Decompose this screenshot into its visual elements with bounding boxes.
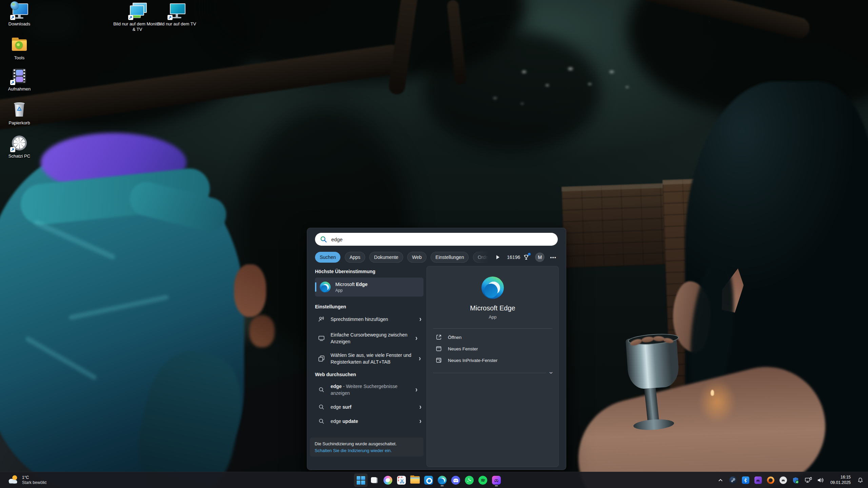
search-icon [318,386,325,393]
tabs-scroll-right-icon[interactable] [494,254,501,261]
discord-icon [451,476,460,485]
edge-button[interactable] [435,473,449,487]
windows-stack-icon [318,355,325,362]
rewards-badge[interactable]: 16196 [507,254,530,261]
weather-condition: Stark bewölkt [22,480,46,485]
search-box[interactable] [315,233,558,246]
start-button[interactable] [354,473,368,487]
task-view-button[interactable] [368,473,381,487]
tab-dokumente[interactable]: Dokumente [369,252,403,263]
search-input[interactable] [331,236,558,243]
divider [433,328,552,329]
notification-bell-icon[interactable] [855,474,865,486]
bluetooth-tray-icon[interactable] [741,474,751,486]
new-window-icon [435,345,442,352]
rewards-trophy-icon [523,254,530,261]
result-web-edge-update[interactable]: edge update › [315,414,423,428]
spotify-button[interactable] [476,473,490,487]
shortcut-arrow-icon [10,15,15,20]
divider [433,373,546,373]
desktop-icon-aufnahmen[interactable]: Aufnahmen [0,68,45,92]
search-icon [318,418,325,425]
desktop-screen: Downloads Bild nur auf dem Monitor & TV … [0,0,868,488]
clock-date: 09.01.2025 [830,480,851,486]
shortcut-arrow-icon [167,15,173,20]
inprivate-window-icon [435,357,442,364]
desktop-icon-label: Papierkorb [9,120,30,126]
settings-header: Einstellungen [315,304,427,309]
search-flyout: Suchen Apps Dokumente Web Einstellungen … [307,228,566,470]
desktop-icon-label: Aufnahmen [8,86,31,92]
chevron-right-icon: › [419,354,421,363]
gamepad-purple-tray-icon[interactable] [753,474,763,486]
desktop-icon-tools[interactable]: Tools [0,37,45,61]
snipping-tool-icon [397,476,406,485]
chevron-right-icon: › [419,403,421,411]
desktop-icon-bild-tv[interactable]: Bild nur auf dem TV [151,3,202,27]
desktop-icon-schatzi-pc[interactable]: Schatzi PC [0,135,45,159]
result-alt-tab[interactable]: Wählen Sie aus, wie viele Fenster und Re… [315,349,423,368]
indexing-enable-link[interactable]: Schalten Sie die Indizierung wieder ein. [315,448,392,453]
action-new-inprivate-window[interactable]: Neues InPrivate-Fenster [433,354,552,366]
desktop-icon-papierkorb[interactable]: Papierkorb [0,102,45,126]
result-cursorbewegung[interactable]: Einfache Cursorbewegung zwischen Anzeige… [315,328,423,348]
result-microsoft-edge[interactable]: Microsoft Edge App [315,278,423,297]
volume-tray-icon[interactable] [816,474,826,486]
steam-tray-icon[interactable] [728,474,738,486]
tab-suchen[interactable]: Suchen [315,252,340,263]
action-label: Neues InPrivate-Fenster [448,358,497,363]
action-new-window[interactable]: Neues Fenster [433,343,552,354]
orange-ring-tray-icon[interactable] [766,474,776,486]
result-web-edge-surf[interactable]: edge surf › [315,400,423,414]
clock-time: 16:15 [841,475,851,480]
desktop-icon-label: Bild nur auf dem TV [157,21,196,27]
folder-icon [11,37,27,53]
whatsapp-button[interactable] [462,473,476,487]
search-results: Höchste Übereinstimmung Microsoft Edge A… [307,265,427,470]
result-label: Einfache Cursorbewegung zwischen Anzeige… [331,331,415,345]
detail-subtitle: App [489,314,496,320]
windows-security-tray-icon[interactable] [791,474,801,486]
chevron-right-icon: › [415,334,417,342]
tab-web[interactable]: Web [407,252,427,263]
spotify-icon [478,476,487,485]
remote-pc-wheel-icon [11,135,27,151]
monitor-globe-icon [11,3,27,19]
more-options-icon[interactable]: ••• [550,255,556,260]
desktop-icon-label: Tools [14,55,24,61]
recycle-bin-icon [11,102,27,118]
shortcut-arrow-icon [10,80,15,85]
discord-button[interactable] [449,473,462,487]
action-open[interactable]: Öffnen [433,331,552,343]
file-explorer-button[interactable] [408,473,422,487]
tab-apps[interactable]: Apps [345,252,365,263]
result-label: Sprechstimmen hinzufügen [331,316,419,323]
snipping-tool-button[interactable] [395,473,408,487]
chevron-down-icon[interactable]: › [547,372,555,374]
weather-widget[interactable]: 1°C Stark bewölkt [3,472,50,488]
outlook-icon [424,476,433,485]
network-display-tray-icon[interactable] [803,474,813,486]
display-icon [169,3,185,19]
desktop-icon-downloads[interactable]: Downloads [0,3,45,27]
result-label: edge update [331,418,419,425]
rewards-points: 16196 [507,255,520,260]
account-avatar[interactable]: M [535,252,545,262]
weather-temperature: 1°C [22,475,46,480]
clock[interactable]: 16:15 09.01.2025 [828,475,853,485]
tab-einstellungen[interactable]: Einstellungen [431,252,469,263]
result-web-edge[interactable]: edge - Weitere Suchergebnisse anzeigen › [315,380,423,400]
hidden-icons-chevron-icon[interactable] [715,474,726,486]
shortcut-arrow-icon [10,147,15,152]
game-launcher-button[interactable] [490,473,503,487]
controller-gray-tray-icon[interactable] [778,474,788,486]
outlook-button[interactable] [422,473,435,487]
result-sprechstimmen[interactable]: Sprechstimmen hinzufügen › [315,312,423,326]
display-icon [318,334,325,342]
copilot-button[interactable] [381,473,395,487]
running-indicator [441,485,444,486]
open-external-icon [435,334,442,341]
chevron-right-icon: › [415,385,417,394]
web-search-header: Web durchsuchen [315,372,427,377]
taskbar: 1°C Stark bewölkt [0,472,868,488]
